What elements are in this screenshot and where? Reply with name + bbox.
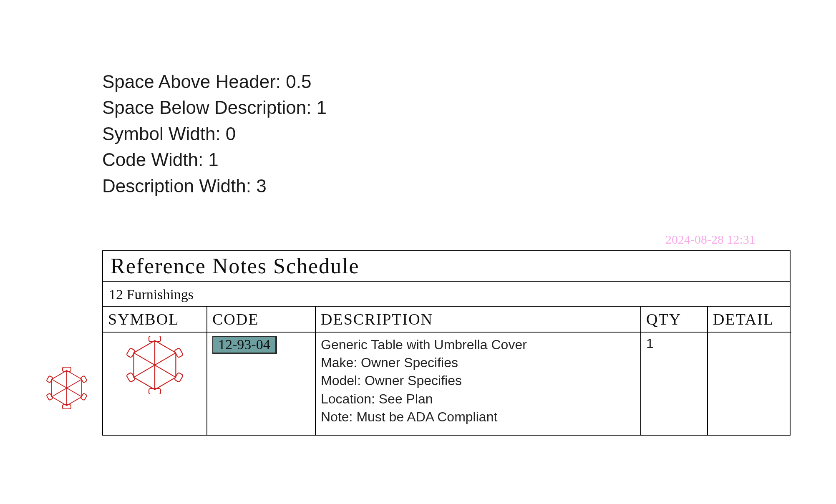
header-description: DESCRIPTION [316,307,641,333]
external-table-symbol-icon [46,367,88,411]
schedule-title: Reference Notes Schedule [103,251,790,282]
desc-title: Generic Table with Umbrella Cover [321,336,635,354]
cell-code: 12-93-04 [207,333,316,435]
table-row: 12-93-04 Generic Table with Umbrella Cov… [103,333,790,435]
cell-qty: 1 [641,333,708,435]
cell-description: Generic Table with Umbrella Cover Make: … [316,333,641,435]
param-description-width: Description Width: 3 [102,173,327,199]
desc-make: Make: Owner Specifies [321,354,635,372]
table-symbol-icon [126,336,184,396]
schedule-category: 12 Furnishings [103,282,790,307]
cell-symbol [103,333,207,435]
header-qty: QTY [641,307,708,333]
param-space-below-description: Space Below Description: 1 [102,95,327,121]
param-symbol-width: Symbol Width: 0 [102,121,327,147]
code-tag: 12-93-04 [212,336,277,354]
schedule-table: Reference Notes Schedule 12 Furnishings … [102,250,791,436]
timestamp: 2024-08-28 12:31 [665,232,755,247]
cell-detail [708,333,791,435]
header-detail: DETAIL [708,307,791,333]
param-space-above-header: Space Above Header: 0.5 [102,69,327,95]
table-header-row: SYMBOL CODE DESCRIPTION QTY DETAIL [103,307,790,333]
header-symbol: SYMBOL [103,307,207,333]
desc-note: Note: Must be ADA Compliant [321,408,635,426]
parameter-list: Space Above Header: 0.5 Space Below Desc… [102,69,327,199]
header-code: CODE [207,307,316,333]
desc-location: Location: See Plan [321,390,635,408]
desc-model: Model: Owner Specifies [321,372,635,390]
param-code-width: Code Width: 1 [102,147,327,173]
